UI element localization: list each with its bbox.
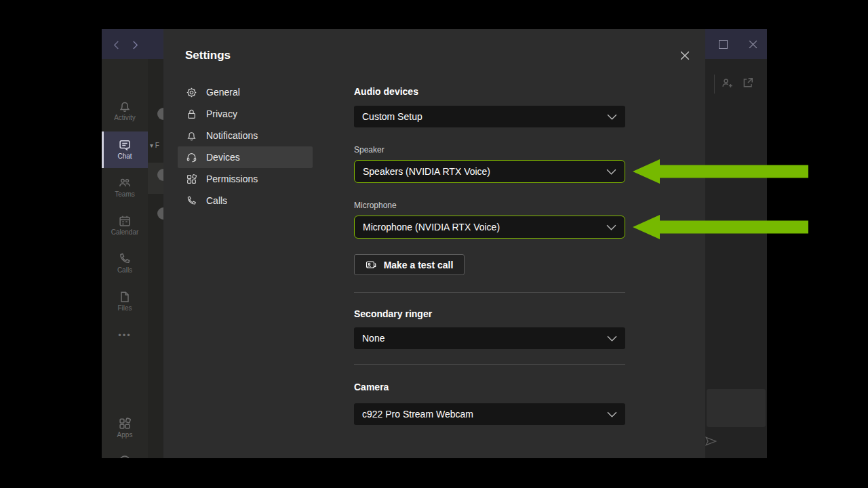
sidebar-item-label: Calendar <box>102 228 148 236</box>
sidebar-item-calendar[interactable]: Calendar <box>102 207 148 244</box>
audio-setup-value: Custom Setup <box>362 111 422 122</box>
section-divider <box>354 292 625 293</box>
settings-nav-label: Notifications <box>206 130 258 141</box>
settings-nav-notifications[interactable]: Notifications <box>178 125 313 146</box>
maximize-icon <box>719 40 728 49</box>
settings-nav-label: Devices <box>206 152 240 163</box>
dialog-title: Settings <box>185 49 231 62</box>
sidebar-item-chat[interactable]: Chat <box>102 131 148 168</box>
section-divider <box>354 364 625 365</box>
chevron-down-icon <box>606 224 616 230</box>
add-people-icon[interactable] <box>721 76 734 89</box>
window-close-button[interactable] <box>744 37 762 51</box>
question-circle-icon: ? <box>102 454 148 458</box>
message-compose-box[interactable] <box>707 389 766 427</box>
speaker-label: Speaker <box>354 145 384 155</box>
audio-devices-heading: Audio devices <box>354 86 418 97</box>
chat-pane-edge <box>705 59 767 458</box>
sidebar-more-button[interactable]: ••• <box>102 325 148 346</box>
sidebar-item-activity[interactable]: Activity <box>102 93 148 129</box>
settings-nav-general[interactable]: General <box>178 81 313 103</box>
settings-dialog: Settings General Privacy <box>163 29 705 458</box>
sidebar-item-label: Calls <box>102 266 148 274</box>
bell-icon <box>186 130 197 142</box>
camera-heading: Camera <box>354 382 389 392</box>
app-grid-icon <box>186 174 197 185</box>
letterbox: Activity Chat Teams Calendar <box>0 0 868 488</box>
microphone-value: Microphone (NVIDIA RTX Voice) <box>363 222 500 232</box>
sidebar-item-help[interactable]: ? Help <box>102 447 148 458</box>
app-sidebar: Activity Chat Teams Calendar <box>102 59 148 458</box>
camera-dropdown[interactable]: c922 Pro Stream Webcam <box>354 403 625 425</box>
settings-nav-label: Calls <box>206 195 227 206</box>
secondary-ringer-dropdown[interactable]: None <box>354 327 625 349</box>
chevron-down-icon <box>607 336 617 342</box>
secondary-ringer-heading: Secondary ringer <box>354 308 432 319</box>
sidebar-item-label: Teams <box>102 190 148 198</box>
lock-icon <box>186 108 197 120</box>
settings-nav-calls[interactable]: Calls <box>178 190 313 211</box>
nav-forward-icon[interactable] <box>126 38 144 52</box>
chevron-down-icon <box>607 114 617 120</box>
test-call-icon <box>366 260 378 270</box>
header-divider <box>714 75 715 94</box>
sidebar-item-apps[interactable]: Apps <box>102 410 148 447</box>
settings-nav-label: Privacy <box>206 108 237 119</box>
document-icon <box>102 290 148 304</box>
svg-text:?: ? <box>123 458 126 458</box>
sidebar-item-teams[interactable]: Teams <box>102 169 148 206</box>
audio-setup-dropdown[interactable]: Custom Setup <box>354 106 625 127</box>
microphone-label: Microphone <box>354 201 397 210</box>
sidebar-item-label: Apps <box>102 431 148 439</box>
chevron-down-icon <box>607 411 617 418</box>
make-test-call-button[interactable]: Make a test call <box>354 254 465 275</box>
nav-back-icon[interactable] <box>107 38 125 52</box>
annotation-arrow-microphone <box>633 214 808 241</box>
app-grid-icon <box>102 417 148 430</box>
chevron-down-icon <box>606 169 616 175</box>
settings-nav-privacy[interactable]: Privacy <box>178 103 313 125</box>
send-message-icon[interactable] <box>705 435 718 447</box>
make-test-call-label: Make a test call <box>384 260 454 270</box>
chat-filter-hint: ▾ F <box>150 142 159 149</box>
camera-value: c922 Pro Stream Webcam <box>362 409 473 420</box>
popout-icon[interactable] <box>741 76 755 89</box>
settings-nav-devices[interactable]: Devices <box>178 146 313 168</box>
people-icon <box>102 176 148 190</box>
phone-icon <box>186 195 197 207</box>
secondary-ringer-value: None <box>362 333 384 344</box>
settings-nav-label: Permissions <box>206 174 258 184</box>
sidebar-item-label: Activity <box>102 114 148 121</box>
sidebar-item-calls[interactable]: Calls <box>102 245 148 282</box>
microphone-dropdown[interactable]: Microphone (NVIDIA RTX Voice) <box>354 216 625 239</box>
sidebar-item-label: Files <box>102 304 148 312</box>
phone-icon <box>102 252 148 266</box>
window-maximize-button[interactable] <box>714 37 732 51</box>
gear-icon <box>186 87 197 98</box>
close-icon <box>680 51 690 60</box>
headset-icon <box>186 152 197 163</box>
calendar-icon <box>102 214 148 228</box>
sidebar-item-label: Chat <box>102 152 148 160</box>
annotation-arrow-speaker <box>633 158 808 185</box>
bell-icon <box>102 100 148 113</box>
settings-nav-permissions[interactable]: Permissions <box>178 168 313 190</box>
devices-settings-content: Audio devices Custom Setup Speaker Speak… <box>354 29 625 458</box>
chat-bubble-icon <box>102 138 148 152</box>
speaker-value: Speakers (NVIDIA RTX Voice) <box>363 166 490 177</box>
settings-nav-label: General <box>206 87 240 98</box>
dialog-close-button[interactable] <box>675 46 694 65</box>
speaker-dropdown[interactable]: Speakers (NVIDIA RTX Voice) <box>354 160 625 183</box>
sidebar-item-files[interactable]: Files <box>102 283 148 320</box>
avatar <box>157 108 163 120</box>
avatar <box>157 207 163 220</box>
chat-list-edge: ▾ F <box>148 59 163 458</box>
settings-nav: General Privacy Notifications <box>178 81 313 211</box>
teams-window: Activity Chat Teams Calendar <box>102 29 767 458</box>
